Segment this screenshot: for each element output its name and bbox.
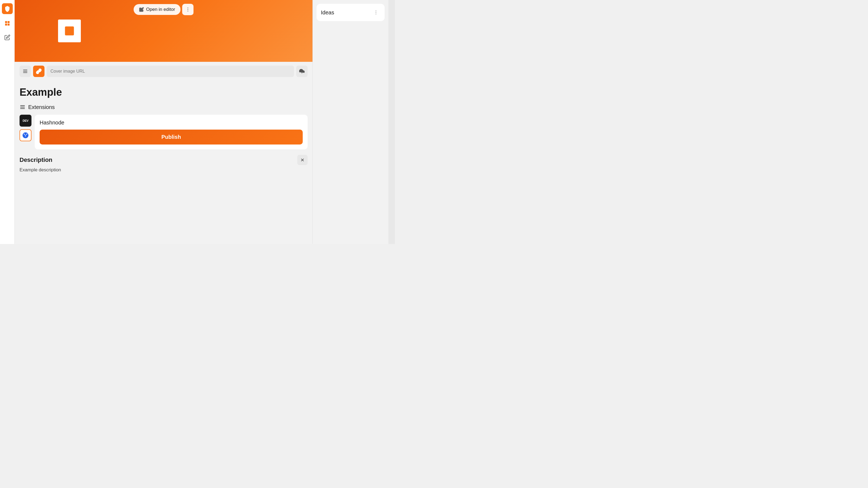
description-title: Description [20,156,52,163]
svg-rect-2 [5,24,7,26]
toolbar [14,62,312,81]
right-panel: Ideas [312,0,389,244]
sidebar-item-write[interactable] [2,33,12,42]
three-lines-icon [20,104,26,110]
cover-image-placeholder [58,20,81,42]
upload-button[interactable] [296,66,308,77]
pencil-icon [4,34,10,40]
cover-image-section: Open in editor [14,0,312,62]
edit-icon [139,7,144,12]
article-content: Example Extensions DEV [14,81,312,155]
dev-icon-label: DEV [23,119,28,122]
link-button[interactable] [33,66,44,77]
ideas-more-button[interactable] [372,8,380,17]
cover-top-bar: Open in editor [134,4,194,15]
link-icon [36,68,42,74]
ideas-panel: Ideas [316,4,384,21]
svg-point-23 [376,12,376,13]
menu-button[interactable] [20,66,31,77]
open-editor-label: Open in editor [146,7,175,12]
hashnode-icon-button[interactable] [20,129,31,141]
extensions-section: Extensions [20,104,308,110]
dots-vertical-icon [185,7,190,12]
description-text: Example description [20,167,308,173]
close-description-button[interactable] [297,155,308,165]
extensions-cards: DEV Hashnode Publish [20,115,308,150]
article-title: Example [20,86,308,99]
svg-rect-3 [7,24,9,26]
extensions-menu-icon [20,104,26,110]
grid-icon [4,20,10,26]
svg-point-24 [376,14,376,14]
svg-point-4 [187,8,188,8]
svg-point-19 [25,135,26,135]
close-icon [300,158,305,162]
publish-button[interactable]: Publish [40,130,303,144]
svg-point-22 [376,10,376,11]
extension-side-icons: DEV [20,115,31,150]
sidebar-item-dashboard[interactable] [2,19,12,28]
extension-card-hashnode: Hashnode Publish [35,115,308,150]
sidebar-logo[interactable] [2,3,13,14]
svg-point-8 [67,29,69,30]
far-right-panel [389,0,395,244]
description-section: Description Example description [14,155,312,178]
description-header: Description [20,155,308,165]
cover-url-input[interactable] [46,66,294,77]
logo-icon [4,5,10,12]
ideas-title: Ideas [321,9,334,16]
svg-point-5 [187,9,188,10]
svg-rect-1 [7,21,9,23]
editor-area: Open in editor [14,0,312,244]
ideas-dots-icon [373,10,379,15]
svg-point-6 [187,11,188,12]
upload-icon [299,69,305,74]
open-in-editor-button[interactable]: Open in editor [134,4,181,15]
more-options-button[interactable] [182,4,193,15]
extensions-label: Extensions [28,104,55,110]
image-icon [63,25,75,37]
svg-rect-0 [5,21,7,23]
hamburger-icon [23,69,28,74]
sidebar [0,0,14,244]
hashnode-logo-icon [22,132,29,139]
main-content: Open in editor [14,0,312,244]
dev-to-icon[interactable]: DEV [20,115,31,127]
extension-card-title: Hashnode [40,120,303,126]
